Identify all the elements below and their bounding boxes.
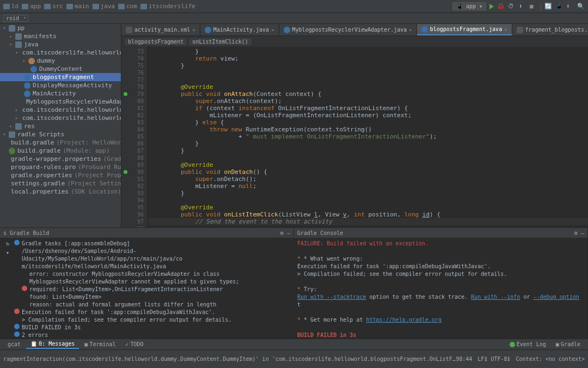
stop-icon[interactable]: ■ — [530, 3, 537, 10]
gradle-console: Gradle Console⚙ — FAILURE: Build failed … — [294, 228, 588, 339]
profile-icon[interactable]: ⏱ — [508, 3, 516, 10]
bottom-panels: s Gradle Build⚙ — ↻ ▾ Gradle tasks [:app… — [0, 227, 588, 339]
collapse-icon[interactable]: ▾ — [6, 249, 9, 257]
nav-method[interactable]: onListItemClick() — [189, 38, 251, 45]
tab-activity-main[interactable]: activity_main.xml× — [121, 24, 200, 35]
event-indicator-icon — [510, 342, 515, 347]
code-editor[interactable]: } return view; } @Override public void o… — [148, 47, 588, 227]
gear-icon[interactable]: ⚙ — — [280, 230, 290, 236]
info-icon — [14, 240, 20, 245]
nav-class[interactable]: blogpostsFragment — [125, 38, 187, 45]
run-toolbar: 📱 app ▾ 🐞 ⏱ ⬇ ■ 🔄 📱 ⬇ 🔍 — [452, 2, 585, 11]
breadcrumb: ld app src main java com itscoderslife — [3, 3, 195, 10]
module-dropdown[interactable]: roid — [3, 15, 28, 22]
editor-pane: activity_main.xml× MainActivity.java× My… — [121, 24, 588, 227]
attach-icon[interactable]: ⬇ — [519, 3, 526, 10]
tool-window-tabs: gcat 📋 0: Messages ▣ Terminal ✓ TODO Eve… — [0, 339, 588, 349]
stacktrace-link[interactable]: Run with --stacktrace — [297, 294, 366, 300]
tab-todo[interactable]: ✓ TODO — [121, 340, 148, 348]
status-message: ragmentInteraction(com.itscoderslife.hel… — [3, 356, 456, 362]
gear-icon[interactable]: ⚙ — — [574, 230, 584, 236]
tab-messages[interactable]: 📋 0: Messages — [26, 340, 79, 349]
tab-logcat[interactable]: gcat — [3, 340, 25, 348]
error-icon — [22, 286, 27, 291]
build-panel: s Gradle Build⚙ — ↻ ▾ Gradle tasks [:app… — [0, 228, 294, 339]
debug-link[interactable]: --debug option — [534, 294, 579, 300]
editor-nav-bar: blogpostsFragment onListItemClick() — [121, 36, 588, 47]
tab-terminal[interactable]: ▣ Terminal — [80, 340, 120, 348]
status-bar: ragmentInteraction(com.itscoderslife.hel… — [0, 349, 588, 368]
project-tree[interactable]: ▾pp ▸manifests ▾java ▾com.itscoderslife.… — [0, 24, 121, 227]
rerun-icon[interactable]: ↻ — [6, 240, 9, 248]
line-gutter[interactable]: 737475767778 79 80818283848586878889 90 … — [121, 47, 148, 227]
tab-mainactivity[interactable]: MainActivity.java× — [200, 24, 279, 35]
sdk-icon[interactable]: ⬇ — [566, 3, 574, 10]
editor-tabs: activity_main.xml× MainActivity.java× My… — [121, 24, 588, 36]
tab-blogposts-fragment[interactable]: blogpostsFragment.java× — [417, 24, 512, 35]
tab-event-log[interactable]: Event Log — [505, 340, 550, 348]
tab-gradle-console[interactable]: ▣ Gradle — [552, 340, 585, 348]
override-gutter-icon[interactable] — [124, 92, 127, 96]
run-config-selector[interactable]: 📱 app ▾ — [452, 2, 486, 10]
encoding[interactable]: LF‡ UTF-8‡ — [477, 356, 510, 362]
tab-adapter[interactable]: MyblogpostsRecyclerViewAdapter.java× — [279, 24, 417, 35]
cursor-position: 98:44 — [456, 356, 472, 362]
error-icon — [14, 309, 20, 314]
debug-icon[interactable]: 🐞 — [497, 3, 505, 10]
tree-item-selected: blogpostsFragment — [0, 73, 121, 81]
info-icon — [14, 331, 20, 337]
module-selector-row: roid — [0, 13, 588, 24]
sync-icon[interactable]: 🔄 — [544, 3, 552, 10]
top-toolbar: ld app src main java com itscoderslife 📱… — [0, 0, 588, 13]
override-gutter-icon[interactable] — [124, 170, 127, 174]
help-link[interactable]: https://help.gradle.org — [366, 317, 441, 323]
info-icon — [14, 324, 20, 329]
info-link[interactable]: Run with --info — [471, 294, 520, 300]
context-indicator[interactable]: Context: <no context> — [516, 356, 585, 362]
avd-icon[interactable]: 📱 — [555, 3, 563, 10]
tab-fragment-layout[interactable]: fragment_blogposts.xml× — [512, 24, 588, 35]
run-icon[interactable] — [489, 4, 494, 9]
search-icon[interactable]: 🔍 — [577, 3, 585, 10]
